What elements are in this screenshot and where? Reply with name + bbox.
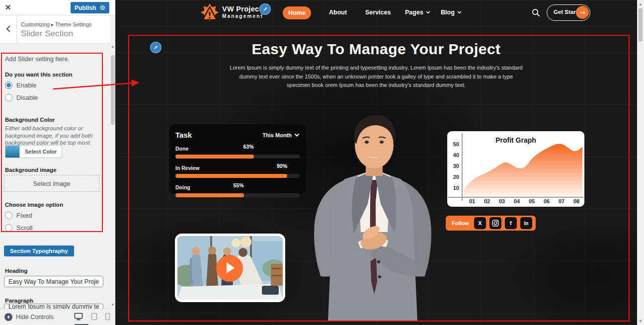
task-row-label: In Review (175, 165, 199, 171)
close-icon[interactable]: ✕ (0, 0, 16, 15)
mobile-icon (105, 313, 110, 321)
task-row-percent: 55% (233, 182, 243, 188)
scroll-down-icon[interactable]: ▼ (110, 303, 115, 307)
hero-person-image (303, 105, 442, 322)
section-toggle-label: Do you want this section (5, 72, 72, 78)
radio-icon[interactable] (5, 94, 12, 101)
facebook-icon[interactable]: f (505, 217, 517, 229)
paragraph-input[interactable] (4, 304, 103, 309)
progress-track (175, 174, 300, 178)
progress-track (175, 155, 300, 159)
scrollbar-thumb[interactable] (639, 8, 643, 42)
paragraph-label: Paragraph (5, 298, 33, 304)
back-button[interactable] (0, 15, 17, 43)
radio-selected-icon[interactable] (5, 81, 12, 89)
task-card: Task This Month Done 63% In Review 90% D… (169, 124, 306, 194)
nav-item-about[interactable]: About (329, 9, 347, 16)
page-scrollbar[interactable]: ▲ ▼ (637, 0, 644, 325)
task-row-percent: 63% (243, 144, 253, 150)
section-typography-button[interactable]: Section Typoghraphy (4, 245, 74, 256)
hide-controls-label[interactable]: Hide Controls (16, 314, 54, 321)
edit-header-button[interactable] (259, 3, 271, 15)
heading-input[interactable] (4, 276, 103, 287)
task-row: In Review 90% (175, 163, 300, 178)
publish-button[interactable]: Publish ⚙ (71, 2, 109, 13)
logo-line1: VW Project (222, 5, 263, 13)
panel-title: Slider Section (21, 29, 73, 39)
tablet-preview-button[interactable] (88, 312, 99, 322)
radio-icon[interactable] (5, 224, 12, 232)
task-row-label: Doing (175, 184, 190, 190)
task-row: Done 63% (175, 144, 300, 159)
scroll-radio[interactable]: Scroll (5, 224, 33, 232)
x-tick: 05 (524, 198, 539, 204)
disable-label: Disable (16, 94, 38, 101)
image-option-label: Choose image option (5, 202, 63, 208)
instagram-icon[interactable] (489, 217, 501, 229)
logo-icon (200, 3, 219, 22)
select-image-button[interactable]: Select image (4, 175, 99, 192)
get-start-label: Get Start (554, 9, 578, 15)
scroll-label: Scroll (16, 224, 33, 232)
y-tick: 40 (447, 152, 459, 158)
select-color-button[interactable]: Select Color (20, 145, 62, 158)
screen: ✕ Publish ⚙ Customizing ▸ Theme Settings… (0, 0, 644, 325)
y-tick: 30 (447, 163, 459, 169)
disable-radio[interactable]: Disable (5, 94, 38, 101)
scroll-down-icon[interactable]: ▼ (637, 319, 644, 324)
profit-graph-card: Profit Graph 50 40 30 20 10 01 02 (447, 131, 584, 207)
task-row-label: Done (175, 146, 188, 152)
collapse-arrow-icon[interactable] (4, 313, 12, 321)
search-icon[interactable] (530, 8, 541, 19)
desktop-icon (74, 313, 83, 321)
customizer-panel: ✕ Publish ⚙ Customizing ▸ Theme Settings… (0, 0, 115, 325)
radio-icon[interactable] (5, 212, 12, 219)
progress-fill (175, 155, 254, 159)
scroll-up-icon[interactable]: ▲ (110, 44, 115, 49)
arrow-right-icon: → (576, 6, 589, 19)
background-image-label: Background image (5, 167, 57, 173)
linkedin-icon[interactable]: in (520, 217, 532, 229)
customizer-footer: Hide Controls (0, 309, 115, 325)
task-filter-dropdown[interactable]: This Month (262, 132, 300, 138)
gear-icon[interactable]: ⚙ (99, 4, 105, 11)
nav-item-services[interactable]: Services (365, 9, 391, 16)
chevron-down-icon (426, 11, 430, 14)
fixed-radio[interactable]: Fixed (5, 212, 32, 219)
get-start-button[interactable]: Get Start → (547, 4, 590, 21)
x-tick: 03 (494, 198, 509, 204)
color-picker-control[interactable]: Select Color (5, 145, 62, 158)
task-card-title: Task (175, 131, 192, 139)
x-tick: 08 (569, 198, 584, 204)
x-tick: 04 (509, 198, 524, 204)
x-twitter-icon[interactable]: X (474, 217, 486, 229)
hero-paragraph: Lorem Ipsum is simply dummy text of the … (227, 64, 525, 90)
scroll-up-icon[interactable]: ▲ (637, 1, 644, 6)
task-row: Doing 55% (175, 182, 300, 197)
sidebar-scrollbar[interactable]: ▲ ▼ (110, 15, 115, 325)
nav-item-home[interactable]: Home (283, 6, 311, 19)
enable-radio[interactable]: Enable (5, 81, 36, 89)
x-axis-ticks: 01 02 03 04 05 06 07 08 (465, 198, 584, 204)
tablet-icon (91, 313, 97, 321)
y-tick: 20 (447, 174, 459, 180)
slider-setting-description: Add Slider setting here. (5, 56, 70, 63)
y-tick: 10 (447, 185, 459, 191)
logo-line2: Management (222, 13, 263, 19)
nav-item-blog[interactable]: Blog (441, 9, 462, 16)
logo[interactable]: VW Project Management (222, 5, 263, 19)
nav-item-pages[interactable]: Pages (405, 9, 430, 16)
play-button[interactable] (216, 255, 243, 282)
breadcrumb: Customizing ▸ Theme Settings (21, 21, 91, 27)
task-filter-label: This Month (262, 132, 292, 138)
publish-label: Publish (75, 4, 96, 11)
scrollbar-thumb[interactable] (111, 55, 115, 125)
x-tick: 06 (539, 198, 554, 204)
x-tick: 02 (480, 198, 494, 204)
fixed-label: Fixed (16, 212, 32, 219)
desktop-preview-button[interactable] (73, 312, 84, 322)
site-preview: VW Project Management Home About Service… (115, 0, 637, 325)
follow-label: Follow (452, 220, 469, 226)
color-swatch[interactable] (5, 145, 20, 158)
pencil-icon (262, 6, 268, 12)
